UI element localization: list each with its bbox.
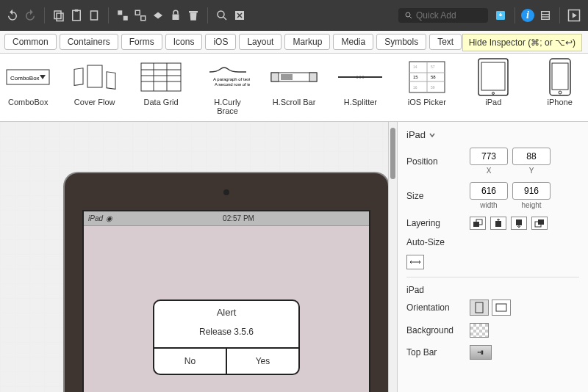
svg-rect-0 — [54, 11, 61, 19]
scrollbar-thumb[interactable] — [390, 128, 395, 179]
svg-rect-61 — [516, 219, 522, 225]
status-bar: iPad◉ 02:57 PM — [84, 211, 369, 226]
inspector-title[interactable]: iPad — [406, 129, 579, 140]
topbar-swatch[interactable]: ▪▪▮ — [470, 345, 492, 360]
svg-rect-3 — [75, 10, 79, 12]
position-y-input[interactable] — [512, 148, 551, 165]
tab-layout[interactable]: Layout — [239, 34, 282, 50]
canvas[interactable]: iPad◉ 02:57 PM Alert Release 3.5.6 No Ye… — [0, 122, 397, 392]
component-library: ComboBox ComboBox Cover Flow Data Grid A… — [0, 54, 588, 122]
group-icon[interactable] — [116, 9, 129, 22]
orientation-portrait-button[interactable] — [470, 300, 489, 316]
inspector-panel: iPad Position X Y Size width height Laye… — [397, 122, 588, 392]
tab-forms[interactable]: Forms — [121, 34, 162, 50]
svg-point-41 — [362, 76, 365, 79]
tab-common[interactable]: Common — [4, 34, 57, 50]
status-time: 02:57 PM — [223, 214, 254, 222]
tab-ios[interactable]: iOS — [205, 34, 236, 50]
bring-front-button[interactable] — [531, 217, 548, 230]
markup-toggle-icon[interactable] — [233, 9, 246, 22]
lib-combobox[interactable]: ComboBox ComboBox — [3, 59, 53, 115]
svg-rect-6 — [123, 16, 128, 21]
svg-line-12 — [223, 17, 226, 20]
ipad-mockup[interactable]: iPad◉ 02:57 PM Alert Release 3.5.6 No Ye… — [65, 173, 388, 392]
send-back-button[interactable] — [490, 217, 506, 230]
x-label: X — [487, 167, 492, 175]
lib-hsplitter[interactable]: H.Splitter — [335, 59, 385, 115]
tab-media[interactable]: Media — [333, 34, 373, 50]
lib-datagrid[interactable]: Data Grid — [136, 59, 186, 115]
tab-containers[interactable]: Containers — [60, 34, 118, 50]
svg-rect-9 — [173, 15, 179, 21]
position-x-input[interactable] — [470, 148, 508, 165]
quick-add-search[interactable] — [398, 8, 488, 23]
height-label: height — [521, 201, 541, 209]
width-input[interactable] — [470, 182, 508, 200]
autosize-button[interactable] — [406, 255, 424, 269]
autosize-label: Auto-Size — [406, 237, 462, 247]
lib-hcurlybrace[interactable]: A paragraph of textA second row of text … — [202, 59, 252, 115]
svg-rect-17 — [542, 12, 550, 20]
svg-rect-4 — [91, 11, 98, 20]
svg-text:14: 14 — [413, 65, 417, 69]
lib-ipad[interactable]: iPad — [468, 59, 518, 115]
svg-rect-23 — [74, 68, 83, 86]
lib-coverflow[interactable]: Cover Flow — [69, 59, 119, 115]
svg-rect-26 — [141, 63, 181, 91]
orientation-landscape-button[interactable] — [492, 300, 511, 316]
svg-rect-35 — [271, 73, 279, 81]
tab-markup[interactable]: Markup — [284, 34, 330, 50]
redo-icon[interactable] — [24, 9, 37, 22]
copy-icon[interactable] — [52, 9, 65, 22]
alert-no-button[interactable]: No — [154, 349, 227, 374]
svg-rect-37 — [281, 74, 293, 80]
bring-forward-button[interactable] — [470, 217, 486, 230]
vertical-scrollbar[interactable] — [388, 122, 397, 392]
background-swatch[interactable] — [470, 323, 489, 338]
search-icon — [404, 11, 413, 20]
svg-rect-64 — [476, 302, 483, 313]
svg-rect-10 — [189, 11, 198, 12]
background-label: Background — [406, 325, 462, 335]
panel-icon[interactable] — [537, 7, 553, 23]
lib-label: H.Curly Brace — [202, 98, 252, 115]
send-backward-button[interactable] — [511, 217, 527, 230]
separator — [514, 7, 515, 23]
zoom-icon[interactable] — [215, 9, 229, 22]
download-icon[interactable] — [492, 7, 509, 23]
lib-iphone[interactable]: iPhone — [535, 59, 585, 115]
alert-yes-button[interactable]: Yes — [227, 349, 298, 374]
ungroup-icon[interactable] — [134, 9, 147, 22]
divider — [406, 277, 579, 277]
size-label: Size — [406, 191, 462, 201]
svg-point-11 — [218, 11, 224, 18]
lib-label: iPad — [485, 98, 501, 106]
lib-iospicker[interactable]: 145715581659 iOS Picker — [402, 59, 452, 115]
alert-dialog[interactable]: Alert Release 3.5.6 No Yes — [153, 300, 300, 375]
svg-point-39 — [356, 76, 359, 79]
lib-label: Cover Flow — [74, 98, 115, 106]
info-icon[interactable]: i — [521, 9, 534, 22]
bring-front-icon[interactable] — [151, 9, 165, 22]
svg-rect-60 — [495, 221, 501, 227]
undo-icon[interactable] — [6, 9, 19, 22]
svg-line-15 — [410, 17, 412, 19]
svg-rect-65 — [496, 304, 506, 311]
lock-icon[interactable] — [169, 9, 182, 22]
tab-text[interactable]: Text — [429, 34, 462, 50]
tab-icons[interactable]: Icons — [165, 34, 203, 50]
play-icon[interactable] — [566, 7, 582, 23]
separator — [44, 7, 45, 23]
tab-symbols[interactable]: Symbols — [376, 34, 426, 50]
lib-hscrollbar[interactable]: H.Scroll Bar — [269, 59, 319, 115]
clipboard-icon[interactable] — [87, 9, 101, 22]
quick-add-input[interactable] — [416, 10, 482, 21]
alert-title: Alert — [154, 301, 298, 324]
svg-text:58: 58 — [431, 75, 436, 79]
paste-icon[interactable] — [70, 9, 83, 22]
svg-point-14 — [406, 12, 410, 17]
trash-icon[interactable] — [187, 9, 200, 22]
svg-text:16: 16 — [413, 85, 417, 90]
height-input[interactable] — [512, 182, 551, 200]
svg-text:A paragraph of text: A paragraph of text — [213, 77, 250, 81]
